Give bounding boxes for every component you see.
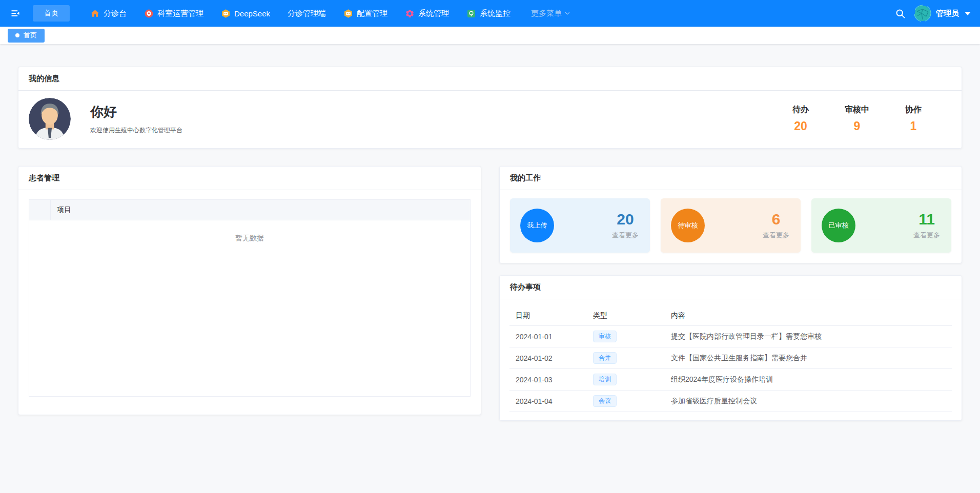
info-stats: 待办 20 审核中 9 协作 1 (787, 105, 951, 133)
todo-card: 待办事项 日期 类型 内容 2024-01-01 审核 提交【医院内部行政管理目… (499, 275, 962, 421)
nav-item-deepseek[interactable]: DeepSeek (221, 9, 270, 18)
pending-count: 6 (763, 212, 789, 227)
my-work-body: 我上传 20 查看更多 待审核 6 查看更多 已 (500, 190, 962, 263)
patient-management-card: 患者管理 项目 暂无数据 (18, 166, 481, 415)
pending-circle-badge: 待审核 (671, 209, 705, 242)
nav-item-config-management[interactable]: 配置管理 (343, 9, 387, 18)
stat-value: 1 (900, 119, 927, 133)
todo-row[interactable]: 2024-01-03 培训 组织2024年度医疗设备操作培训 (509, 369, 952, 391)
uploaded-view-more-link[interactable]: 查看更多 (612, 231, 639, 240)
todo-content: 文件【国家公共卫生服务指南】需要您合并 (665, 354, 952, 363)
config-icon (343, 9, 353, 18)
todo-table-header: 日期 类型 内容 (509, 305, 952, 326)
todo-col-date: 日期 (509, 311, 587, 320)
type-badge: 会议 (593, 395, 617, 406)
my-work-title: 我的工作 (500, 167, 962, 190)
stat-collaboration[interactable]: 协作 1 (900, 105, 927, 133)
user-name: 管理员 (936, 9, 959, 18)
nav-item-label: 分诊管理端 (288, 9, 326, 18)
caret-down-icon (965, 12, 971, 15)
person-avatar-icon (29, 98, 71, 140)
todo-col-content: 内容 (665, 311, 952, 320)
todo-title: 待办事项 (500, 276, 962, 299)
patient-table-corner-cell (29, 200, 51, 220)
reviewed-view-more-link[interactable]: 查看更多 (913, 231, 940, 240)
main-nav: 分诊台 科室运营管理 DeepSeek 分诊管理端 (90, 9, 570, 18)
nav-item-label: 系统管理 (418, 9, 449, 18)
todo-content: 参加省级医疗质量控制会议 (665, 397, 952, 406)
todo-date: 2024-01-01 (509, 333, 587, 341)
uploaded-circle-badge: 我上传 (520, 209, 554, 242)
reviewed-count: 11 (913, 212, 940, 227)
pending-view-more-link[interactable]: 查看更多 (763, 231, 789, 240)
todo-date: 2024-01-04 (509, 397, 587, 405)
department-icon (144, 9, 154, 18)
chevron-down-icon (564, 10, 570, 16)
user-menu[interactable]: 管理员 (914, 5, 971, 22)
top-header: 首页 分诊台 科室运营管理 DeepSeek (0, 0, 980, 27)
todo-row[interactable]: 2024-01-01 审核 提交【医院内部行政管理目录一栏】需要您审核 (509, 326, 952, 347)
patient-management-title: 患者管理 (18, 167, 481, 190)
nav-item-label: DeepSeek (234, 9, 270, 18)
monitor-icon (466, 9, 476, 18)
more-menu-label: 更多菜单 (531, 9, 562, 18)
my-info-body: 你好 欢迎使用生殖中心数字化管理平台 待办 20 审核中 9 协作 1 (18, 91, 962, 148)
work-box-pending-review[interactable]: 待审核 6 查看更多 (661, 198, 801, 253)
type-badge: 培训 (593, 374, 617, 385)
todo-date: 2024-01-03 (509, 376, 587, 384)
sidebar-fold-icon[interactable] (9, 7, 22, 19)
my-info-title: 我的信息 (18, 67, 962, 91)
stat-todo[interactable]: 待办 20 (787, 105, 814, 133)
deepseek-icon (221, 9, 231, 18)
patient-table: 项目 暂无数据 (29, 199, 471, 397)
todo-table: 日期 类型 内容 2024-01-01 审核 提交【医院内部行政管理目录一栏】需… (509, 305, 952, 412)
house-icon (90, 9, 100, 18)
reviewed-circle-badge: 已审核 (822, 209, 855, 242)
empty-data-text: 暂无数据 (29, 220, 470, 243)
profile-avatar (29, 98, 71, 140)
uploaded-count: 20 (612, 212, 639, 227)
search-icon (895, 8, 906, 19)
type-badge: 合并 (593, 352, 617, 363)
todo-date: 2024-01-02 (509, 354, 587, 362)
nav-item-label: 配置管理 (357, 9, 387, 18)
hamburger-icon (10, 8, 21, 18)
nav-item-system-management[interactable]: 系统管理 (405, 9, 449, 18)
patient-table-header: 项目 (29, 200, 470, 220)
nav-item-triage-desk[interactable]: 分诊台 (90, 9, 127, 18)
stat-reviewing[interactable]: 审核中 9 (844, 105, 870, 133)
stat-label: 协作 (900, 105, 927, 115)
todo-col-type: 类型 (587, 311, 665, 320)
todo-content: 提交【医院内部行政管理目录一栏】需要您审核 (665, 332, 952, 341)
patient-column-header: 项目 (51, 206, 71, 215)
greeting-block: 你好 欢迎使用生殖中心数字化管理平台 (90, 103, 182, 135)
todo-row[interactable]: 2024-01-04 会议 参加省级医疗质量控制会议 (509, 391, 952, 412)
type-badge: 审核 (593, 331, 617, 342)
work-box-reviewed[interactable]: 已审核 11 查看更多 (811, 198, 951, 253)
avatar (914, 5, 931, 22)
stat-value: 20 (787, 119, 814, 133)
search-button[interactable] (893, 7, 907, 20)
header-right-group: 管理员 (893, 5, 971, 22)
nav-item-dept-operations[interactable]: 科室运营管理 (144, 9, 203, 18)
tab-home-label: 首页 (24, 31, 37, 40)
greeting-text: 你好 (90, 103, 182, 121)
home-button[interactable]: 首页 (33, 5, 70, 22)
stat-value: 9 (844, 119, 870, 133)
tag-views-bar: 首页 (0, 27, 980, 44)
more-menu-button[interactable]: 更多菜单 (531, 9, 570, 18)
todo-row[interactable]: 2024-01-02 合并 文件【国家公共卫生服务指南】需要您合并 (509, 347, 952, 369)
nav-item-system-monitor[interactable]: 系统监控 (466, 9, 511, 18)
patient-table-wrap: 项目 暂无数据 (18, 190, 481, 407)
tab-home[interactable]: 首页 (8, 29, 45, 43)
nav-item-label: 科室运营管理 (157, 9, 203, 18)
gear-icon (405, 9, 415, 18)
work-box-uploaded[interactable]: 我上传 20 查看更多 (510, 198, 650, 253)
todo-table-wrap: 日期 类型 内容 2024-01-01 审核 提交【医院内部行政管理目录一栏】需… (500, 299, 962, 420)
stat-label: 待办 (787, 105, 814, 115)
stat-label: 审核中 (844, 105, 870, 115)
nav-item-label: 系统监控 (480, 9, 511, 18)
my-info-card: 我的信息 你好 欢迎使用生殖中心数字化管理平台 (18, 67, 962, 149)
nav-item-triage-admin[interactable]: 分诊管理端 (288, 9, 326, 18)
nav-item-label: 分诊台 (104, 9, 127, 18)
